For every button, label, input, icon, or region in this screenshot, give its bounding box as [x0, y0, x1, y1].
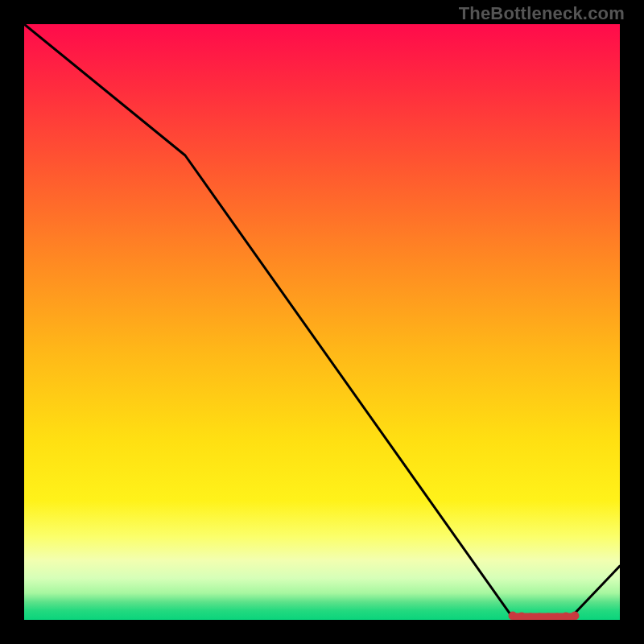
svg-rect-8: [513, 613, 575, 620]
main-curve: [24, 24, 620, 617]
attribution-text: TheBottleneck.com: [459, 3, 625, 24]
plot-area: [24, 24, 620, 620]
line-chart-svg: [24, 24, 620, 620]
marker-cluster: [509, 612, 579, 620]
chart-container: TheBottleneck.com: [0, 0, 644, 644]
